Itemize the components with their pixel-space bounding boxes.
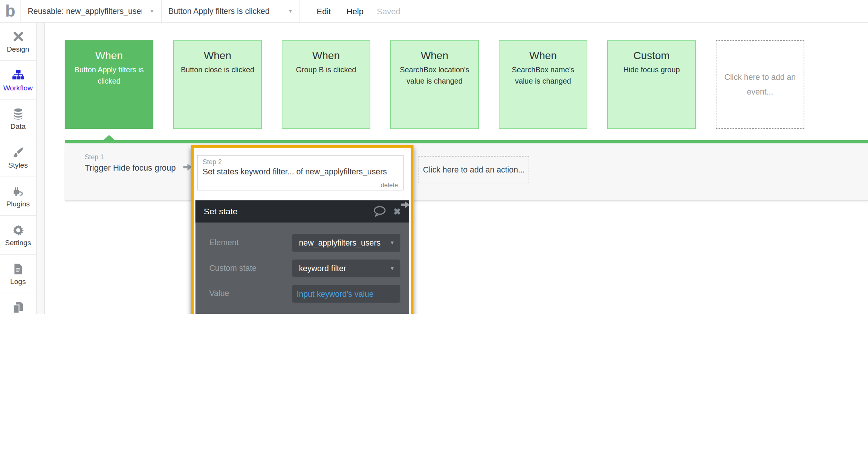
menu-edit[interactable]: Edit <box>309 6 339 16</box>
custom-state-dropdown[interactable]: keyword filter ▼ <box>292 260 400 277</box>
sidebar-item-label: Workflow <box>3 83 33 92</box>
selected-event-pointer <box>104 135 115 140</box>
sidebar-item-logs[interactable]: Logs <box>0 255 36 293</box>
chevron-down-icon: ▼ <box>280 9 293 14</box>
popup-header: Set state ✖ <box>196 200 409 223</box>
database-icon <box>12 107 24 120</box>
delete-action-link[interactable]: delete <box>381 182 398 188</box>
event-card-3[interactable]: When Group B is clicked <box>282 40 370 129</box>
action-step-2[interactable]: Step 2 Set states keyword filter... of n… <box>197 155 403 190</box>
pages-icon <box>12 301 24 314</box>
event-card-2[interactable]: When Button close is clicked <box>173 40 262 129</box>
add-action-button[interactable]: Click here to add an action... <box>419 156 529 183</box>
event-heading: When <box>65 50 153 62</box>
value-expression-input[interactable]: Input keyword's value <box>292 285 400 303</box>
event-card-1[interactable]: When Button Apply filters is clicked <box>65 40 153 129</box>
workflow-selector-dropdown[interactable]: Button Apply filters is clicked ▼ <box>162 0 300 22</box>
event-heading: When <box>391 50 478 62</box>
event-heading: When <box>174 50 261 62</box>
set-state-popup: Set state ✖ Element <box>196 200 409 314</box>
bubble-logo: b <box>0 0 21 22</box>
events-row: When Button Apply filters is clicked Whe… <box>65 40 804 129</box>
highlight-frame: Step 2 Set states keyword filter... of n… <box>191 145 414 314</box>
event-description: SearchBox location's value is changed <box>391 65 478 86</box>
page-selector-dropdown[interactable]: Reusable: new_applyfilters_users ▼ <box>21 0 162 22</box>
popup-body: Element new_applyfilters_users ▼ Custom … <box>196 234 409 314</box>
step-number-label: Step 1 <box>85 153 176 161</box>
sidebar: Design Workflow Data Styles Plugins Sett… <box>0 22 36 314</box>
topbar: b Reusable: new_applyfilters_users ▼ But… <box>0 0 868 23</box>
chevron-down-icon: ▼ <box>390 240 395 245</box>
topbar-menu: Edit Help Saved <box>309 6 406 16</box>
sidebar-item-data[interactable]: Data <box>0 99 36 138</box>
custom-state-label: Custom state <box>204 260 257 277</box>
add-event-button[interactable]: Click here to add an event... <box>716 40 804 129</box>
event-heading: When <box>282 50 370 62</box>
sidebar-gutter: ▶ <box>36 22 45 314</box>
sidebar-item-design[interactable]: Design <box>0 22 36 61</box>
workflow-selector-value: Button Apply filters is clicked <box>168 7 270 16</box>
element-value: new_applyfilters_users <box>299 238 381 247</box>
event-description: Button close is clicked <box>174 65 261 76</box>
paintbrush-icon <box>12 146 24 159</box>
popup-title: Set state <box>204 206 238 216</box>
element-dropdown[interactable]: new_applyfilters_users ▼ <box>292 234 400 252</box>
sidebar-item-workflow[interactable]: Workflow <box>0 61 36 100</box>
plug-icon <box>12 185 24 198</box>
event-card-5[interactable]: When SearchBox name's value is changed <box>499 40 587 129</box>
save-status: Saved <box>371 6 406 16</box>
sidebar-item-label: Design <box>7 44 29 53</box>
event-card-4[interactable]: When SearchBox location's value is chang… <box>390 40 479 129</box>
sidebar-item-label: Styles <box>8 161 28 169</box>
step-title: Trigger Hide focus group <box>85 163 176 172</box>
sidebar-item-template[interactable]: Template <box>0 293 36 314</box>
close-icon[interactable]: ✖ <box>393 206 401 217</box>
event-card-6[interactable]: Custom Hide focus group <box>607 40 696 129</box>
custom-state-value: keyword filter <box>299 264 346 273</box>
sidebar-item-plugins[interactable]: Plugins <box>0 177 36 216</box>
step-number-label: Step 2 <box>203 158 397 166</box>
workflow-tree-icon <box>12 68 24 81</box>
gear-icon <box>12 223 24 237</box>
sidebar-item-settings[interactable]: Settings <box>0 216 36 255</box>
value-label: Value <box>204 285 229 303</box>
event-description: Hide focus group <box>608 65 695 76</box>
event-description: Button Apply filters is clicked <box>65 65 153 86</box>
event-description: Group B is clicked <box>282 65 370 76</box>
element-label: Element <box>204 234 238 252</box>
page-selector-value: Reusable: new_applyfilters_users <box>28 7 142 16</box>
sidebar-item-label: Data <box>11 122 26 130</box>
design-tools-icon <box>12 30 24 43</box>
event-heading: When <box>499 50 587 62</box>
menu-help[interactable]: Help <box>339 6 371 16</box>
step-title: Set states keyword filter... of new_appl… <box>203 167 397 176</box>
chevron-down-icon: ▼ <box>390 266 395 271</box>
selected-event-bar <box>65 140 868 143</box>
sidebar-item-label: Logs <box>10 277 26 285</box>
workflow-canvas: When Button Apply filters is clicked Whe… <box>45 22 868 314</box>
document-lines-icon <box>12 262 24 275</box>
event-heading: Custom <box>608 50 695 62</box>
comment-icon[interactable] <box>373 206 386 217</box>
bubble-editor-window: b Reusable: new_applyfilters_users ▼ But… <box>0 0 868 314</box>
event-description: SearchBox name's value is changed <box>499 65 587 86</box>
sidebar-item-styles[interactable]: Styles <box>0 138 36 177</box>
sidebar-item-label: Plugins <box>6 200 30 208</box>
sidebar-item-label: Settings <box>5 238 31 247</box>
action-step-1[interactable]: Step 1 Trigger Hide focus group <box>85 153 176 172</box>
chevron-down-icon: ▼ <box>142 9 154 14</box>
step-arrow-icon <box>401 201 410 209</box>
actions-panel: Step 1 Trigger Hide focus group Click he… <box>65 143 868 201</box>
